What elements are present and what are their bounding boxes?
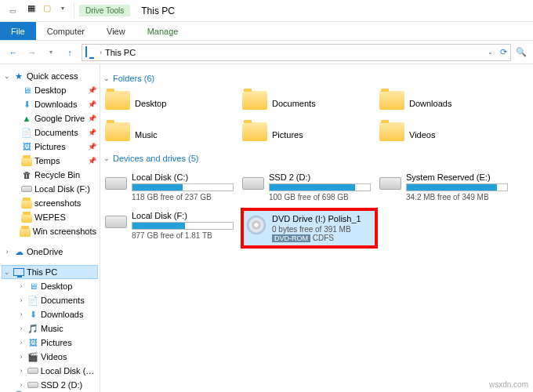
tree-item-label: Music	[41, 324, 63, 333]
tree-item[interactable]: ›🎬Videos	[2, 350, 98, 364]
tree-this-pc[interactable]: ⌄ This PC	[2, 265, 98, 279]
properties-icon[interactable]: ▦	[25, 2, 38, 15]
tab-view[interactable]: View	[96, 22, 136, 40]
tree-item[interactable]: WEPES	[2, 210, 98, 224]
drive-icon	[105, 211, 127, 233]
expand-icon[interactable]: ›	[17, 310, 25, 318]
desktop-icon: 🖥	[27, 281, 38, 292]
drive-icon	[27, 365, 38, 376]
app-icon[interactable]: ▭	[3, 2, 22, 20]
drive-capacity-bar	[132, 222, 234, 230]
drive-item[interactable]: Local Disk (C:)118 GB free of 237 GB	[103, 169, 241, 205]
tree-item-label: Desktop	[41, 281, 72, 291]
folder-label: Pictures	[272, 130, 303, 140]
expand-icon[interactable]: ›	[17, 325, 25, 332]
main: ⌄ ★ Quick access 🖥Desktop📌⬇Downloads📌▲Go…	[0, 64, 533, 392]
collapse-icon[interactable]: ⌄	[103, 154, 110, 162]
tree-item[interactable]: ⬇Downloads📌	[2, 97, 98, 111]
quick-access-toolbar: ▭ ▦ ▢ ▾	[3, 2, 69, 20]
expand-icon[interactable]: ›	[17, 353, 25, 361]
drive-name: System Reserved (E:)	[406, 172, 513, 182]
breadcrumb-segment[interactable]: This PC	[105, 48, 136, 57]
expand-icon[interactable]: ›	[17, 367, 25, 375]
drive-item[interactable]: DVD Drive (I:) Polish_10 bytes free of 3…	[241, 208, 378, 249]
tree-item[interactable]: ›Local Disk (C:)	[2, 364, 98, 378]
tree-item[interactable]: ▲Google Drive📌	[2, 111, 98, 125]
new-folder-icon[interactable]: ▢	[41, 2, 53, 15]
expand-icon[interactable]: ›	[17, 296, 25, 304]
history-dropdown-icon[interactable]: ⌄	[483, 45, 497, 60]
tree-label: OneDrive	[27, 247, 63, 256]
forward-button[interactable]: →	[25, 45, 39, 60]
tree-item-label: Recycle Bin	[34, 170, 80, 180]
drive-item[interactable]: SSD 2 (D:)100 GB free of 698 GB	[241, 169, 378, 205]
tree-item[interactable]: 🖼Pictures📌	[2, 140, 98, 154]
tree-item[interactable]: Local Disk (F:)	[2, 182, 98, 196]
collapse-icon[interactable]: ⌄	[3, 268, 11, 276]
tree-item[interactable]: ›🎵Music	[2, 321, 98, 336]
pin-icon: 📌	[88, 143, 96, 151]
folder-item[interactable]: Documents	[241, 88, 378, 119]
tree-item[interactable]: 🗑Recycle Bin	[2, 168, 98, 182]
drive-item[interactable]: Local Disk (F:)877 GB free of 1.81 TB	[103, 208, 241, 249]
contextual-tab-label: Drive Tools	[79, 5, 130, 16]
tree-item[interactable]: Temps📌	[2, 154, 98, 168]
drive-name: Local Disk (F:)	[132, 211, 239, 220]
tree-item-label: Documents	[34, 128, 78, 137]
tab-manage[interactable]: Manage	[136, 22, 190, 40]
group-header-folders[interactable]: ⌄ Folders (6)	[103, 74, 530, 83]
drive-item[interactable]: System Reserved (E:)34.2 MB free of 349 …	[378, 169, 515, 205]
folder-item[interactable]: Pictures	[241, 119, 378, 151]
tree-item[interactable]: 📄Documents📌	[2, 125, 98, 140]
tree-item[interactable]: ›🖥Desktop	[2, 279, 98, 293]
group-header-drives[interactable]: ⌄ Devices and drives (5)	[103, 154, 530, 163]
folder-item[interactable]: Desktop	[103, 88, 241, 119]
drive-capacity-bar	[269, 183, 371, 191]
watermark: wsxdn.com	[489, 380, 528, 389]
expand-icon[interactable]: ›	[17, 339, 25, 347]
refresh-button[interactable]: ⟳	[500, 47, 507, 57]
tab-computer[interactable]: Computer	[36, 22, 96, 40]
tree-quick-access[interactable]: ⌄ ★ Quick access	[2, 69, 98, 83]
tree-item[interactable]: Win screenshots	[2, 224, 98, 238]
tree-item[interactable]: screenshots	[2, 196, 98, 210]
tree-item[interactable]: ›🖼Pictures	[2, 336, 98, 350]
folder-icon	[20, 226, 31, 237]
tree-item-label: Pictures	[34, 142, 66, 151]
folder-item[interactable]: Videos	[378, 119, 515, 151]
drive-free-text: 100 GB free of 698 GB	[269, 193, 376, 201]
pc-icon	[13, 267, 24, 278]
back-button[interactable]: ←	[6, 45, 20, 60]
folder-item[interactable]: Music	[103, 119, 241, 151]
content-pane[interactable]: ⌄ Folders (6) DesktopDocumentsDownloadsM…	[100, 64, 533, 392]
pictures-icon	[242, 122, 267, 147]
drive-name: Local Disk (C:)	[132, 172, 239, 182]
pin-icon: 📌	[88, 86, 96, 94]
tree-item[interactable]: ›📄Documents	[2, 293, 98, 307]
expand-icon[interactable]: ›	[17, 282, 25, 290]
search-icon[interactable]: 🔍	[516, 47, 527, 57]
tab-file[interactable]: File	[0, 22, 36, 40]
tree-item[interactable]: 🖥Desktop📌	[2, 83, 98, 97]
chevron-right-icon[interactable]: ›	[100, 49, 102, 56]
drive-free-text: 118 GB free of 237 GB	[132, 193, 239, 201]
expand-icon[interactable]: ›	[17, 381, 25, 389]
tree-item-label: Temps	[34, 156, 60, 165]
recent-locations-button[interactable]: ▾	[44, 45, 58, 60]
tree-item-label: Downloads	[34, 100, 77, 109]
collapse-icon[interactable]: ⌄	[103, 74, 110, 82]
tree-item[interactable]: ›⬇Downloads	[2, 307, 98, 321]
tree-item[interactable]: ›SSD 2 (D:)	[2, 378, 98, 392]
up-button[interactable]: ↑	[63, 45, 77, 60]
expand-icon[interactable]: ›	[3, 248, 11, 256]
tree-item-label: Local Disk (C:)	[41, 366, 96, 376]
breadcrumb[interactable]: › This PC ⌄ ⟳	[82, 44, 511, 61]
tree-item-label: Downloads	[41, 310, 83, 319]
caret-down-icon[interactable]: ▾	[56, 2, 69, 15]
tree-onedrive[interactable]: › ☁ OneDrive	[2, 245, 98, 259]
folder-icon	[21, 212, 32, 223]
collapse-icon[interactable]: ⌄	[3, 72, 11, 80]
navigation-pane[interactable]: ⌄ ★ Quick access 🖥Desktop📌⬇Downloads📌▲Go…	[0, 64, 100, 392]
folder-label: Desktop	[135, 99, 166, 108]
folder-item[interactable]: Downloads	[378, 88, 515, 119]
